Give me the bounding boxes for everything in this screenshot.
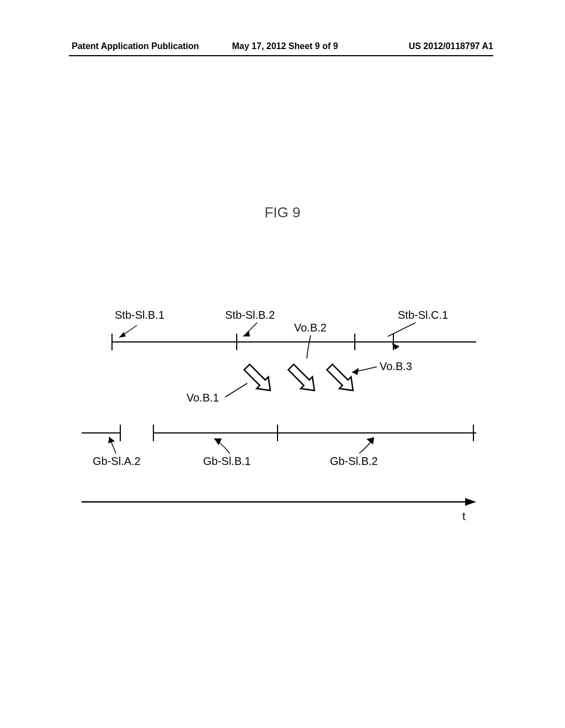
diagram-fig9: Stb-Sl.B.1 Stb-Sl.B.2 Stb-Sl.C.1 Vo.B.2 …	[82, 309, 490, 546]
svg-marker-6	[243, 331, 250, 336]
svg-marker-19	[465, 498, 476, 506]
diagram-svg	[82, 309, 490, 546]
block-arrow-2	[285, 361, 321, 397]
header-date-sheet: May 17, 2012 Sheet 9 of 9	[199, 41, 409, 51]
block-arrow-3	[324, 361, 359, 397]
svg-marker-8	[352, 368, 359, 375]
header-publication-number: US 2012/0118797 A1	[409, 41, 493, 51]
block-arrow-1	[241, 361, 276, 397]
svg-marker-17	[366, 437, 374, 445]
svg-marker-5	[119, 332, 126, 338]
header-divider	[69, 55, 493, 56]
figure-title: FIG 9	[264, 204, 300, 221]
header-publication-type: Patent Application Publication	[72, 41, 199, 51]
